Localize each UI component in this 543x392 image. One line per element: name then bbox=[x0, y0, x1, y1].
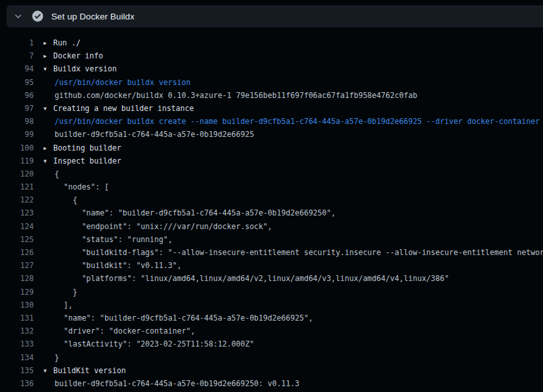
line-number[interactable]: 1 bbox=[0, 36, 34, 49]
log-line: 96github.com/docker/buildx 0.10.3+azure-… bbox=[0, 89, 543, 102]
line-number[interactable]: 133 bbox=[0, 337, 34, 350]
log-line: 121 "nodes": [ bbox=[0, 180, 543, 193]
line-number[interactable]: 134 bbox=[0, 351, 34, 364]
log-output-text: "name": "builder-d9cfb5a1-c764-445a-a57e… bbox=[55, 206, 336, 219]
log-output-text: ], bbox=[55, 299, 73, 312]
log-group-title: BuildKit version bbox=[53, 366, 126, 375]
log-output-text: } bbox=[55, 286, 77, 299]
log-output-text: "status": "running", bbox=[55, 233, 172, 246]
line-number[interactable]: 100 bbox=[0, 141, 34, 154]
log-line: 95/usr/bin/docker buildx version bbox=[0, 76, 543, 89]
log-command-text: /usr/bin/docker buildx create --name bui… bbox=[55, 115, 540, 128]
log-line: 122 { bbox=[0, 193, 543, 206]
log-group-expanded[interactable]: ▼Creating a new builder instance bbox=[44, 102, 194, 115]
log-group-title: Inspect builder bbox=[53, 156, 121, 165]
log-line: 130 ], bbox=[0, 299, 543, 312]
log-command-text: /usr/bin/docker buildx version bbox=[55, 76, 190, 89]
step-title: Set up Docker Buildx bbox=[51, 12, 134, 21]
triangle-right-icon[interactable]: ▶ bbox=[44, 37, 53, 49]
line-number[interactable]: 125 bbox=[0, 233, 34, 246]
line-number[interactable]: 124 bbox=[0, 220, 34, 233]
log-line: 123 "name": "builder-d9cfb5a1-c764-445a-… bbox=[0, 206, 543, 219]
log-group-title: Run ./ bbox=[53, 38, 81, 47]
log-group-collapsed[interactable]: ▶Docker info bbox=[44, 49, 103, 62]
log-group-title: Docker info bbox=[53, 51, 103, 60]
log-output-text: "driver": "docker-container", bbox=[55, 325, 195, 337]
log-line: 124 "endpoint": "unix:///var/run/docker.… bbox=[0, 220, 543, 233]
log-group-collapsed[interactable]: ▶Run ./ bbox=[44, 36, 81, 49]
log-line: 99builder-d9cfb5a1-c764-445a-a57e-0b19d2… bbox=[0, 128, 543, 141]
log-line: 1▶Run ./ bbox=[0, 36, 543, 49]
line-number[interactable]: 97 bbox=[0, 102, 34, 115]
log-group-title: Booting builder bbox=[53, 143, 121, 153]
line-number[interactable]: 123 bbox=[0, 206, 34, 219]
log-output-text: builder-d9cfb5a1-c764-445a-a57e-0b19d2e6… bbox=[55, 377, 299, 390]
triangle-right-icon[interactable]: ▶ bbox=[44, 142, 53, 154]
line-number[interactable]: 120 bbox=[0, 167, 34, 180]
log-line: 127 "buildkit": "v0.11.3", bbox=[0, 259, 543, 272]
line-number[interactable]: 94 bbox=[0, 62, 34, 75]
log-line: 94▼Buildx version bbox=[0, 62, 543, 75]
line-number[interactable]: 98 bbox=[0, 115, 34, 128]
log-line: 100▶Booting builder bbox=[0, 141, 543, 154]
line-number[interactable]: 126 bbox=[0, 246, 34, 259]
log-output-text: github.com/docker/buildx 0.10.3+azure-1 … bbox=[55, 89, 417, 102]
line-number[interactable]: 127 bbox=[0, 259, 34, 272]
log-group-expanded[interactable]: ▼Inspect builder bbox=[44, 154, 121, 167]
line-number[interactable]: 128 bbox=[0, 272, 34, 285]
log-line: 98/usr/bin/docker buildx create --name b… bbox=[0, 115, 543, 128]
line-number[interactable]: 99 bbox=[0, 128, 34, 141]
log-output-text: "platforms": "linux/amd64,linux/amd64/v2… bbox=[55, 272, 449, 285]
log-line: 132 "driver": "docker-container", bbox=[0, 325, 543, 337]
line-number[interactable]: 130 bbox=[0, 299, 34, 312]
log-line: 131 "name": "builder-d9cfb5a1-c764-445a-… bbox=[0, 312, 543, 325]
line-number[interactable]: 135 bbox=[0, 364, 34, 377]
log-group-expanded[interactable]: ▼BuildKit version bbox=[44, 364, 126, 377]
log-output-text: { bbox=[55, 193, 77, 206]
log-output-text: } bbox=[55, 351, 59, 364]
line-number[interactable]: 136 bbox=[0, 377, 34, 390]
log-lines: 1▶Run ./7▶Docker info94▼Buildx version95… bbox=[0, 36, 543, 390]
triangle-down-icon[interactable]: ▼ bbox=[44, 365, 53, 377]
log-line: 126 "buildkitd-flags": "--allow-insecure… bbox=[0, 246, 543, 259]
log-group-title: Creating a new builder instance bbox=[53, 104, 194, 113]
check-circle-icon bbox=[32, 10, 44, 22]
line-number[interactable]: 131 bbox=[0, 312, 34, 325]
step-header[interactable]: Set up Docker Buildx bbox=[6, 5, 543, 27]
log-output-text: { bbox=[55, 167, 59, 180]
log-line: 133 "lastActivity": "2023-02-25T11:58:12… bbox=[0, 337, 543, 350]
line-number[interactable]: 95 bbox=[0, 76, 34, 89]
chevron-down-icon bbox=[14, 12, 23, 21]
line-number[interactable]: 119 bbox=[0, 154, 34, 167]
log-output-text: "buildkitd-flags": "--allow-insecure-ent… bbox=[55, 246, 543, 259]
log-line: 136builder-d9cfb5a1-c764-445a-a57e-0b19d… bbox=[0, 377, 543, 390]
line-number[interactable]: 129 bbox=[0, 286, 34, 299]
line-number[interactable]: 132 bbox=[0, 325, 34, 337]
line-number[interactable]: 7 bbox=[0, 49, 34, 62]
log-line: 125 "status": "running", bbox=[0, 233, 543, 246]
log-line: 135▼BuildKit version bbox=[0, 364, 543, 377]
log-line: 120{ bbox=[0, 167, 543, 180]
log-output-text: "buildkit": "v0.11.3", bbox=[55, 259, 181, 272]
log-line: 129 } bbox=[0, 286, 543, 299]
log-output-text: "nodes": [ bbox=[55, 180, 109, 193]
line-number[interactable]: 96 bbox=[0, 89, 34, 102]
log-line: 119▼Inspect builder bbox=[0, 154, 543, 167]
triangle-down-icon[interactable]: ▼ bbox=[44, 63, 53, 75]
log-output-text: "name": "builder-d9cfb5a1-c764-445a-a57e… bbox=[55, 312, 313, 325]
log-group-collapsed[interactable]: ▶Booting builder bbox=[44, 141, 121, 154]
actions-log-viewer: Set up Docker Buildx 1▶Run ./7▶Docker in… bbox=[0, 0, 543, 392]
line-number[interactable]: 121 bbox=[0, 180, 34, 193]
log-group-expanded[interactable]: ▼Buildx version bbox=[44, 62, 117, 75]
log-output-text: "endpoint": "unix:///var/run/docker.sock… bbox=[55, 220, 272, 233]
log-line: 7▶Docker info bbox=[0, 49, 543, 62]
line-number[interactable]: 122 bbox=[0, 193, 34, 206]
triangle-right-icon[interactable]: ▶ bbox=[44, 50, 53, 62]
log-line: 97▼Creating a new builder instance bbox=[0, 102, 543, 115]
log-line: 134} bbox=[0, 351, 543, 364]
chevron-down-icon[interactable] bbox=[13, 11, 23, 21]
log-output-text: builder-d9cfb5a1-c764-445a-a57e-0b19d2e6… bbox=[55, 128, 254, 141]
triangle-down-icon[interactable]: ▼ bbox=[44, 155, 53, 167]
log-group-title: Buildx version bbox=[53, 64, 117, 73]
triangle-down-icon[interactable]: ▼ bbox=[44, 103, 53, 115]
